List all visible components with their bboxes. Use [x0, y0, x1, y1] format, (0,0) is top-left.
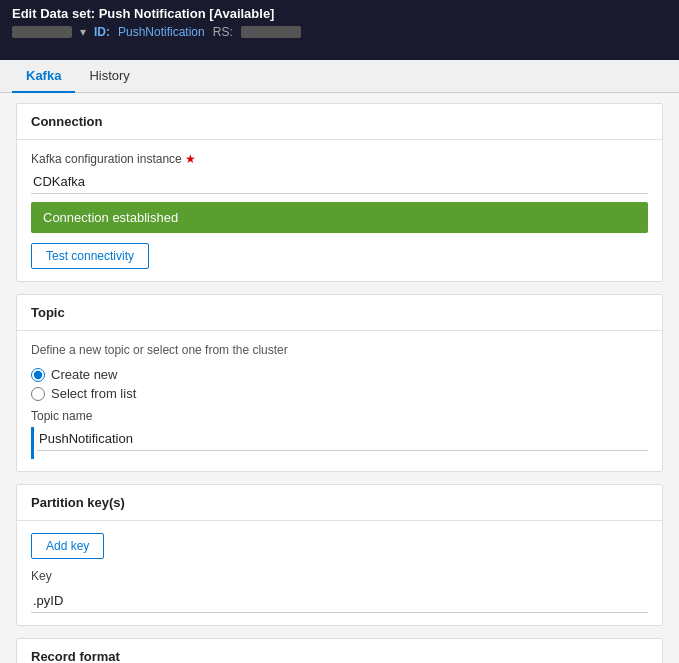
connection-section: Connection Kafka configuration instance …: [16, 103, 663, 282]
page-title: Edit Data set: Push Notification [Availa…: [12, 6, 667, 25]
header-id-value: PushNotification: [118, 25, 205, 39]
topic-name-label: Topic name: [31, 409, 648, 423]
add-key-button[interactable]: Add key: [31, 533, 104, 559]
connection-section-body: Kafka configuration instance ★ Connectio…: [17, 140, 662, 281]
required-marker: ★: [185, 152, 196, 166]
tabs-bar: Kafka History: [0, 60, 679, 93]
kafka-config-label: Kafka configuration instance ★: [31, 152, 648, 166]
topic-radio-group: Create new Select from list: [31, 367, 648, 401]
key-label: Key: [31, 569, 648, 583]
partition-section-body: Add key Key .pyID: [17, 521, 662, 625]
radio-select-label: Select from list: [51, 386, 136, 401]
topic-name-input[interactable]: [37, 427, 648, 451]
header-blurred-left: [12, 26, 72, 38]
topic-description: Define a new topic or select one from th…: [31, 343, 648, 357]
key-value: .pyID: [33, 593, 646, 608]
header-id-label: ID:: [94, 25, 110, 39]
topic-section-body: Define a new topic or select one from th…: [17, 331, 662, 471]
test-connectivity-button[interactable]: Test connectivity: [31, 243, 149, 269]
radio-select-from-list[interactable]: Select from list: [31, 386, 648, 401]
connection-banner: Connection established: [31, 202, 648, 233]
partition-section-title: Partition key(s): [17, 485, 662, 521]
tab-kafka[interactable]: Kafka: [12, 60, 75, 93]
main-content: Connection Kafka configuration instance …: [0, 93, 679, 663]
radio-create-new-label: Create new: [51, 367, 117, 382]
header-chevron-icon: ▾: [80, 25, 86, 39]
topic-section-title: Topic: [17, 295, 662, 331]
topic-section: Topic Define a new topic or select one f…: [16, 294, 663, 472]
connection-section-title: Connection: [17, 104, 662, 140]
radio-create-new-input[interactable]: [31, 368, 45, 382]
radio-select-input[interactable]: [31, 387, 45, 401]
record-section-title: Record format: [17, 639, 662, 663]
header-rs-label: RS:: [213, 25, 233, 39]
header-blurred-right: [241, 26, 301, 38]
key-row: .pyID: [31, 589, 648, 613]
radio-create-new[interactable]: Create new: [31, 367, 648, 382]
partition-section: Partition key(s) Add key Key .pyID: [16, 484, 663, 626]
header-meta: ▾ ID: PushNotification RS:: [12, 25, 667, 45]
kafka-config-input[interactable]: [31, 170, 648, 194]
record-section: Record format Use the default record for…: [16, 638, 663, 663]
topic-name-container: [31, 427, 648, 459]
tab-history[interactable]: History: [75, 60, 143, 93]
header: Edit Data set: Push Notification [Availa…: [0, 0, 679, 60]
